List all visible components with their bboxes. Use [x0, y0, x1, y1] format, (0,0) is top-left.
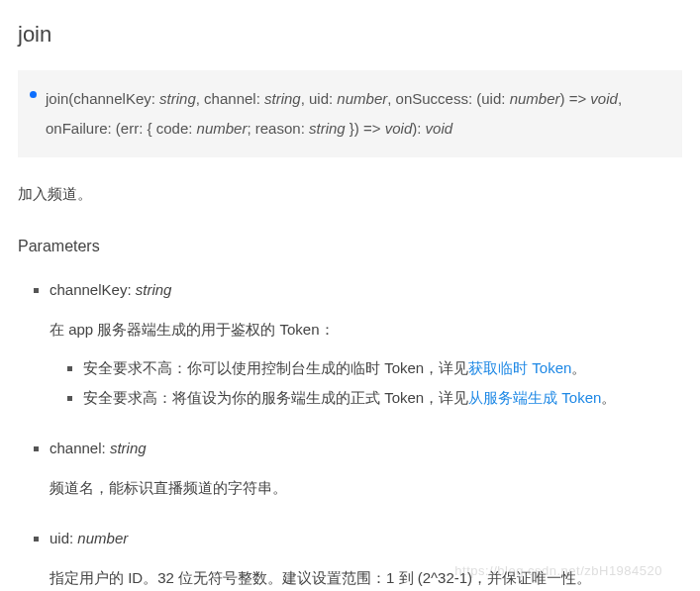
link-get-temp-token[interactable]: 获取临时 Token	[468, 359, 571, 376]
list-item: channel: string 频道名，能标识直播频道的字符串。	[34, 436, 682, 500]
sig-type: number	[197, 120, 248, 137]
param-description: 在 app 服务器端生成的用于鉴权的 Token：	[50, 317, 682, 343]
param-type: number	[77, 530, 128, 546]
sig-text: , uid:	[301, 90, 338, 107]
param-label: channelKey:	[50, 281, 136, 298]
sig-text: , channel:	[196, 90, 264, 107]
list-item: 安全要求高：将值设为你的服务端生成的正式 Token，详见从服务端生成 Toke…	[67, 385, 682, 411]
sig-text: , onSuccess: (uid:	[387, 90, 509, 107]
sig-text: }) =>	[346, 120, 385, 137]
param-sublist: 安全要求不高：你可以使用控制台生成的临时 Token，详见获取临时 Token。…	[50, 355, 682, 410]
param-type: string	[110, 440, 147, 456]
sig-type: number	[337, 90, 387, 107]
parameters-heading: Parameters	[18, 233, 682, 259]
param-name: channel: string	[50, 436, 682, 461]
sig-type: string	[159, 90, 196, 107]
param-label: channel:	[50, 440, 110, 456]
param-description: 频道名，能标识直播频道的字符串。	[50, 475, 682, 501]
method-signature: join(channelKey: string, channel: string…	[18, 70, 682, 157]
sig-type: string	[309, 120, 346, 137]
sub-text: 安全要求不高：你可以使用控制台生成的临时 Token，详见	[83, 359, 468, 376]
param-description: 指定用户的 ID。32 位无符号整数。建议设置范围：1 到 (2^32-1)，并…	[50, 565, 682, 591]
param-label: uid:	[50, 530, 77, 546]
sub-text: 。	[571, 359, 586, 376]
sig-text: ):	[412, 120, 425, 137]
sig-text: join(channelKey:	[46, 90, 159, 107]
sig-type: number	[510, 90, 560, 107]
parameters-list: channelKey: string 在 app 服务器端生成的用于鉴权的 To…	[18, 277, 682, 590]
sub-text: 安全要求高：将值设为你的服务端生成的正式 Token，详见	[83, 389, 468, 406]
sig-type: string	[264, 90, 301, 107]
link-server-generate-token[interactable]: 从服务端生成 Token	[468, 389, 601, 406]
page-title: join	[18, 16, 682, 52]
list-item: uid: number 指定用户的 ID。32 位无符号整数。建议设置范围：1 …	[34, 526, 682, 590]
method-description: 加入频道。	[18, 181, 682, 207]
sig-type: void	[385, 120, 413, 137]
param-name: channelKey: string	[50, 277, 682, 303]
param-type: string	[136, 281, 172, 298]
sig-type: void	[590, 90, 618, 107]
sub-text: 。	[601, 389, 616, 406]
list-item: channelKey: string 在 app 服务器端生成的用于鉴权的 To…	[34, 277, 682, 410]
param-name: uid: number	[50, 526, 682, 551]
list-item: 安全要求不高：你可以使用控制台生成的临时 Token，详见获取临时 Token。	[67, 355, 682, 381]
sig-text: ) =>	[559, 90, 590, 107]
sig-type: void	[426, 120, 453, 137]
sig-text: ; reason:	[247, 120, 309, 137]
